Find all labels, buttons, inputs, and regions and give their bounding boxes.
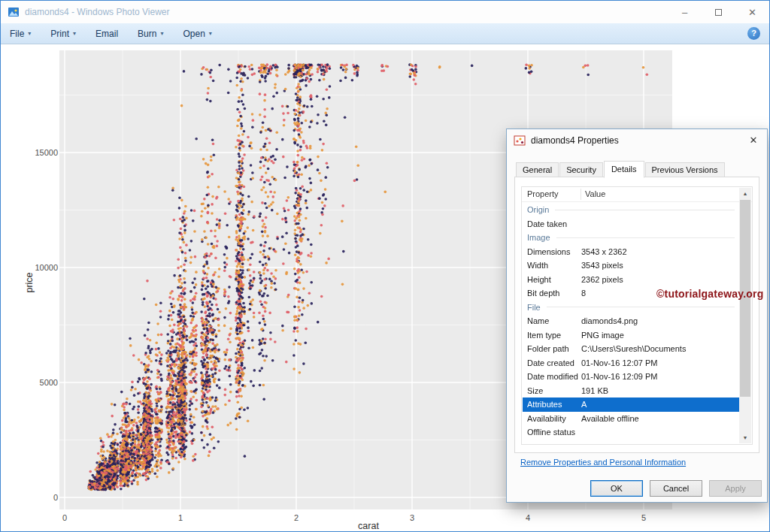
details-tab-page: Property Value OriginDate takenImageDime… — [514, 177, 759, 453]
property-name: Bit depth — [523, 289, 581, 298]
apply-button[interactable]: Apply — [709, 480, 762, 497]
scroll-up-icon[interactable]: ▲ — [739, 188, 751, 199]
property-row-attributes[interactable]: AttributesA — [523, 397, 739, 412]
property-value: 3543 pixels — [581, 261, 739, 270]
tab-previous-versions[interactable]: Previous Versions — [645, 162, 725, 177]
menu-burn[interactable]: Burn▾ — [138, 29, 163, 39]
property-value: PNG image — [581, 331, 739, 340]
photo-viewer-app-icon — [8, 6, 20, 18]
group-divider — [556, 237, 735, 238]
dialog-tabs: GeneralSecurityDetailsPrevious Versions — [516, 160, 726, 177]
menubar: File▾Print▾EmailBurn▾Open▾ ? — [1, 23, 769, 44]
dialog-titlebar: diamonds4 Properties ✕ — [507, 129, 767, 152]
y-tick-label: 5000 — [28, 378, 58, 387]
chevron-down-icon: ▾ — [160, 30, 163, 37]
property-value: 01-Nov-16 12:07 PM — [581, 358, 739, 367]
column-header-property[interactable]: Property — [527, 189, 559, 198]
group-header-origin: Origin — [523, 203, 739, 217]
x-tick-label: 3 — [410, 513, 414, 522]
scrollbar[interactable]: ▲ ▼ — [739, 188, 751, 443]
scroll-down-icon[interactable]: ▼ — [739, 432, 751, 443]
y-tick-label: 15000 — [28, 148, 58, 157]
menu-file[interactable]: File▾ — [10, 29, 31, 39]
menu-label: Open — [183, 29, 205, 39]
menu-open[interactable]: Open▾ — [183, 29, 211, 39]
property-value: 01-Nov-16 12:09 PM — [581, 372, 739, 381]
property-row-availability[interactable]: AvailabilityAvailable offline — [523, 412, 739, 426]
cancel-button[interactable]: Cancel — [650, 480, 702, 497]
property-value: C:\Users\Suresh\Documents — [581, 344, 739, 353]
maximize-icon — [715, 9, 722, 16]
photo-viewer-window: diamonds4 - Windows Photo Viewer – ✕ Fil… — [0, 0, 770, 532]
property-row-shared-with[interactable]: Shared with — [523, 440, 739, 443]
chevron-down-icon: ▾ — [209, 30, 212, 37]
x-axis-title: carat — [358, 521, 379, 531]
property-name: Offline status — [523, 428, 581, 437]
property-name: Date modified — [523, 372, 581, 381]
help-button[interactable]: ? — [747, 27, 760, 40]
minimize-icon: – — [682, 7, 687, 18]
window-title: diamonds4 - Windows Photo Viewer — [25, 7, 170, 17]
menu-label: File — [10, 29, 24, 39]
property-row-folder-path[interactable]: Folder pathC:\Users\Suresh\Documents — [523, 342, 739, 356]
x-tick-label: 5 — [641, 513, 646, 522]
close-icon: ✕ — [748, 7, 756, 18]
property-row-date-created[interactable]: Date created01-Nov-16 12:07 PM — [523, 356, 739, 370]
property-name: Item type — [523, 331, 581, 340]
minimize-button[interactable]: – — [668, 1, 702, 23]
dialog-close-button[interactable]: ✕ — [742, 131, 765, 150]
list-header: Property Value — [522, 187, 752, 202]
ok-button[interactable]: OK — [590, 480, 643, 497]
tab-security[interactable]: Security — [559, 162, 603, 177]
menu-email[interactable]: Email — [95, 29, 118, 39]
property-name: Size — [523, 386, 581, 395]
property-name: Name — [523, 316, 581, 325]
property-row-date-modified[interactable]: Date modified01-Nov-16 12:09 PM — [523, 370, 739, 384]
property-row-offline-status[interactable]: Offline status — [523, 425, 739, 440]
tab-details[interactable]: Details — [604, 161, 644, 178]
x-tick-label: 1 — [178, 513, 183, 522]
column-header-value[interactable]: Value — [585, 189, 605, 198]
property-name: Attributes — [523, 400, 581, 409]
property-value: 2362 pixels — [581, 275, 739, 284]
group-divider — [555, 210, 735, 210]
titlebar: diamonds4 - Windows Photo Viewer – ✕ — [1, 1, 769, 23]
y-tick-label: 0 — [28, 493, 58, 502]
property-row-date-taken[interactable]: Date taken — [523, 217, 739, 231]
group-divider — [547, 307, 735, 307]
property-name: Folder path — [523, 344, 581, 353]
menu-label: Email — [95, 29, 118, 39]
close-button[interactable]: ✕ — [735, 1, 769, 23]
property-row-name[interactable]: Namediamonds4.png — [523, 314, 739, 328]
property-name: Date taken — [523, 219, 581, 228]
property-value: diamonds4.png — [581, 316, 739, 325]
y-axis-title: price — [24, 272, 35, 292]
tab-general[interactable]: General — [516, 162, 559, 177]
x-tick-label: 0 — [62, 513, 67, 522]
chevron-down-icon: ▾ — [28, 30, 31, 37]
maximize-button[interactable] — [702, 1, 735, 23]
menu-print[interactable]: Print▾ — [50, 29, 76, 39]
property-name: Height — [523, 275, 581, 284]
watermark: ©tutorialgateway.org — [656, 288, 763, 300]
property-row-item-type[interactable]: Item typePNG image — [523, 328, 739, 343]
property-value: 191 KB — [581, 386, 739, 395]
group-title: Origin — [523, 205, 549, 214]
y-tick-label: 10000 — [28, 263, 58, 272]
property-name: Width — [523, 261, 581, 270]
property-name: Dimensions — [523, 247, 581, 256]
properties-dialog: diamonds4 Properties ✕ GeneralSecurityDe… — [506, 128, 768, 503]
remove-properties-link[interactable]: Remove Properties and Personal Informati… — [520, 458, 686, 467]
property-name: Date created — [523, 358, 581, 367]
property-row-width[interactable]: Width3543 pixels — [523, 258, 739, 273]
property-value: 3543 x 2362 — [581, 247, 739, 256]
property-value: Available offline — [581, 414, 739, 423]
property-row-size[interactable]: Size191 KB — [523, 384, 739, 398]
property-name: Availability — [523, 414, 581, 423]
property-row-height[interactable]: Height2362 pixels — [523, 273, 739, 287]
property-row-dimensions[interactable]: Dimensions3543 x 2362 — [523, 245, 739, 259]
group-title: File — [523, 303, 541, 312]
group-title: Image — [523, 233, 550, 242]
property-value: A — [581, 400, 739, 409]
menu-label: Print — [50, 29, 69, 39]
